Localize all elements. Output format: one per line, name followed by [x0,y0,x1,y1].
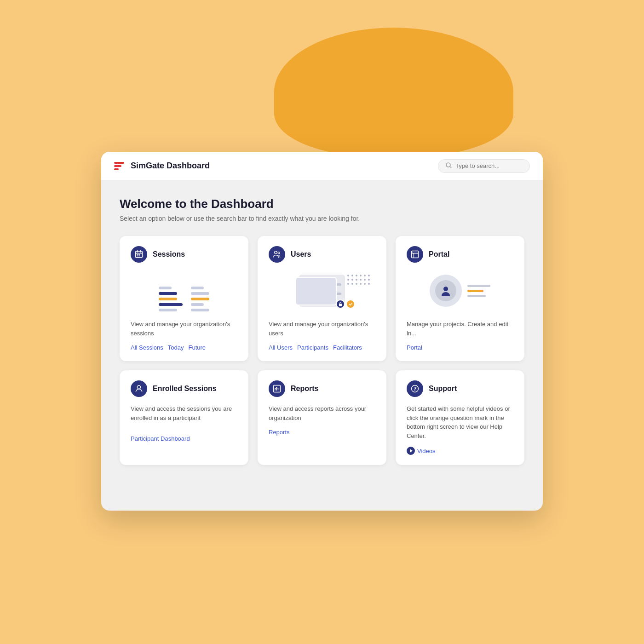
dot [364,283,366,285]
sessions-link-today[interactable]: Today [168,344,184,351]
play-triangle [410,449,413,453]
logo-line-3 [114,168,119,170]
check-icon [348,302,353,306]
sessions-link-all[interactable]: All Sessions [131,344,163,351]
cards-grid: Sessions [120,236,524,465]
enrolled-card-title: Enrolled Sessions [153,385,217,393]
sessions-icon-circle [131,246,147,263]
doc-back [295,277,337,305]
svg-point-10 [275,251,277,254]
support-icon-circle [407,380,423,397]
portal-line [467,285,490,287]
bar [191,298,209,300]
sessions-link-future[interactable]: Future [189,344,206,351]
dot [347,279,349,281]
dot [368,283,370,285]
enrolled-link-dashboard[interactable]: Participant Dashboard [131,435,190,442]
support-description: Get started with some helpful videos or … [407,404,513,440]
main-content: Welcome to the Dashboard Select an optio… [101,180,543,482]
dot [360,283,362,285]
svg-line-1 [450,166,451,167]
bar [159,287,172,289]
logo-line-1 [114,162,124,164]
support-card[interactable]: Support Get started with some helpful vi… [396,370,524,465]
portal-card[interactable]: Portal [396,236,524,361]
header-left: SimGate Dashboard [114,161,210,171]
app-window: SimGate Dashboard Welcome to the Dashboa… [101,152,543,511]
reports-card-header: Reports [269,380,375,397]
support-videos-link[interactable]: Videos [407,447,436,455]
logo-line-2 [114,165,121,167]
users-icon-circle [269,246,285,263]
portal-illus-inner [430,275,490,307]
reports-link[interactable]: Reports [269,429,290,436]
search-icon [446,162,452,170]
dot [356,275,357,276]
users-card-title: Users [291,250,311,259]
search-input[interactable] [455,162,520,169]
svg-point-18 [443,287,448,291]
sessions-description: View and manage your organization's sess… [131,320,237,338]
videos-label: Videos [417,448,436,454]
portal-links: Portal [407,344,513,351]
session-block-left [159,287,183,311]
svg-point-19 [137,385,141,389]
users-card-header: Users [269,246,375,263]
portal-lines [467,285,490,297]
sessions-card-title: Sessions [153,250,185,259]
portal-line [467,295,486,297]
users-link-participants[interactable]: Participants [297,344,328,351]
enrolled-description: View and access the sessions you are enr… [131,404,237,422]
portal-illustration [407,270,513,311]
lock-badge [336,299,345,309]
portal-link[interactable]: Portal [407,344,422,351]
support-links: Videos [407,447,513,455]
enrolled-links: Participant Dashboard [131,435,237,442]
bar [159,309,177,311]
bar [191,287,204,289]
portal-circle [430,275,462,307]
dots-decoration [347,275,370,285]
calendar-icon [134,250,144,259]
users-link-facilitators[interactable]: Facilitators [333,344,362,351]
svg-rect-13 [339,304,342,306]
bar [191,292,209,295]
check-badge [346,299,355,309]
portal-line-accent [467,290,483,292]
sessions-links: All Sessions Today Future [131,344,237,351]
sessions-card[interactable]: Sessions [120,236,248,361]
dot [356,283,357,285]
bar [191,303,204,306]
reports-card[interactable]: Reports View and access reports across y… [258,370,386,465]
reports-card-title: Reports [291,385,318,393]
welcome-title: Welcome to the Dashboard [120,197,524,211]
bar [159,298,177,300]
reports-icon [272,384,282,393]
users-link-all[interactable]: All Users [269,344,293,351]
support-icon [410,384,420,393]
background-blob [274,28,513,156]
enrolled-icon [134,384,144,393]
users-illustration [269,270,375,311]
bar [159,303,183,306]
svg-point-25 [414,390,415,391]
portal-icon [410,250,420,259]
svg-point-11 [278,252,280,254]
dot [347,275,349,276]
svg-rect-7 [138,254,140,255]
dot [364,279,366,281]
svg-rect-20 [274,385,281,392]
app-title: SimGate Dashboard [131,161,210,171]
search-bar[interactable] [438,159,530,173]
portal-icon-circle [407,246,423,263]
users-description: View and manage your organization's user… [269,320,375,338]
users-icon [272,250,282,259]
enrolled-card-header: Enrolled Sessions [131,380,237,397]
users-card[interactable]: Users [258,236,386,361]
portal-card-header: Portal [407,246,513,263]
doc-badges [336,299,355,309]
users-links: All Users Participants Facilitators [269,344,375,351]
dot [351,283,353,285]
enrolled-sessions-card[interactable]: Enrolled Sessions View and access the se… [120,370,248,465]
sessions-illustration [131,270,237,311]
